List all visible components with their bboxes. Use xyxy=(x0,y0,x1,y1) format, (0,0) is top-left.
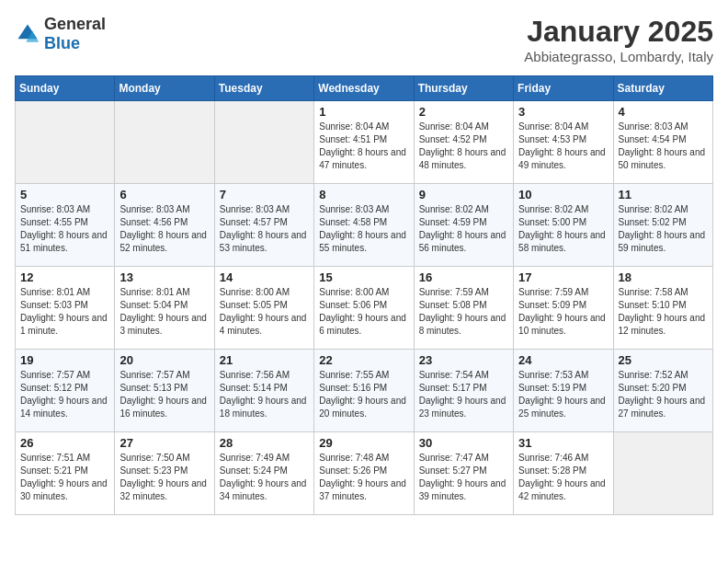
calendar-week: 26Sunrise: 7:51 AM Sunset: 5:21 PM Dayli… xyxy=(16,432,713,515)
day-number: 26 xyxy=(20,436,109,450)
calendar-cell: 21Sunrise: 7:56 AM Sunset: 5:14 PM Dayli… xyxy=(214,350,313,432)
day-info: Sunrise: 8:01 AM Sunset: 5:04 PM Dayligh… xyxy=(119,286,209,338)
calendar-cell: 24Sunrise: 7:53 AM Sunset: 5:19 PM Dayli… xyxy=(514,350,613,432)
calendar-cell: 16Sunrise: 7:59 AM Sunset: 5:08 PM Dayli… xyxy=(414,267,513,350)
day-info: Sunrise: 7:55 AM Sunset: 5:16 PM Dayligh… xyxy=(319,369,408,420)
day-number: 11 xyxy=(619,188,708,201)
calendar-cell xyxy=(16,101,115,184)
day-info: Sunrise: 8:04 AM Sunset: 4:52 PM Dayligh… xyxy=(419,121,508,172)
calendar-table: SundayMondayTuesdayWednesdayThursdayFrid… xyxy=(15,75,713,515)
day-number: 25 xyxy=(619,353,708,367)
header-day: Thursday xyxy=(414,76,513,101)
day-number: 5 xyxy=(20,188,109,201)
logo-general: General xyxy=(44,15,106,33)
calendar-cell xyxy=(613,432,712,515)
day-info: Sunrise: 7:47 AM Sunset: 5:27 PM Dayligh… xyxy=(419,452,508,503)
logo: General Blue xyxy=(15,15,106,53)
day-number: 17 xyxy=(518,270,608,284)
calendar-title: January 2025 xyxy=(524,15,713,49)
day-info: Sunrise: 8:03 AM Sunset: 4:54 PM Dayligh… xyxy=(619,121,708,172)
day-info: Sunrise: 7:57 AM Sunset: 5:13 PM Dayligh… xyxy=(119,369,209,420)
day-info: Sunrise: 8:02 AM Sunset: 4:59 PM Dayligh… xyxy=(419,203,508,255)
day-info: Sunrise: 8:04 AM Sunset: 4:51 PM Dayligh… xyxy=(319,121,408,172)
day-number: 23 xyxy=(419,353,508,367)
calendar-header: SundayMondayTuesdayWednesdayThursdayFrid… xyxy=(16,76,713,101)
day-number: 7 xyxy=(220,188,309,201)
day-number: 3 xyxy=(518,105,608,119)
calendar-week: 12Sunrise: 8:01 AM Sunset: 5:03 PM Dayli… xyxy=(16,267,713,350)
day-info: Sunrise: 8:04 AM Sunset: 4:53 PM Dayligh… xyxy=(518,121,608,172)
header-day: Friday xyxy=(514,76,613,101)
day-number: 22 xyxy=(319,353,408,367)
calendar-cell: 29Sunrise: 7:48 AM Sunset: 5:26 PM Dayli… xyxy=(314,432,414,515)
day-info: Sunrise: 7:49 AM Sunset: 5:24 PM Dayligh… xyxy=(220,452,309,503)
calendar-week: 19Sunrise: 7:57 AM Sunset: 5:12 PM Dayli… xyxy=(16,350,713,432)
day-info: Sunrise: 7:56 AM Sunset: 5:14 PM Dayligh… xyxy=(220,369,309,420)
day-number: 30 xyxy=(419,436,508,450)
calendar-cell: 15Sunrise: 8:00 AM Sunset: 5:06 PM Dayli… xyxy=(314,267,414,350)
calendar-cell: 19Sunrise: 7:57 AM Sunset: 5:12 PM Dayli… xyxy=(16,350,115,432)
day-info: Sunrise: 7:59 AM Sunset: 5:09 PM Dayligh… xyxy=(518,286,608,338)
calendar-cell: 7Sunrise: 8:03 AM Sunset: 4:57 PM Daylig… xyxy=(214,184,313,267)
day-info: Sunrise: 7:59 AM Sunset: 5:08 PM Dayligh… xyxy=(419,286,508,338)
day-number: 9 xyxy=(419,188,508,201)
calendar-cell: 22Sunrise: 7:55 AM Sunset: 5:16 PM Dayli… xyxy=(314,350,414,432)
day-number: 13 xyxy=(119,270,209,284)
day-number: 24 xyxy=(518,353,608,367)
calendar-cell: 8Sunrise: 8:03 AM Sunset: 4:58 PM Daylig… xyxy=(314,184,414,267)
day-number: 8 xyxy=(319,188,408,201)
day-number: 31 xyxy=(518,436,608,450)
day-number: 20 xyxy=(119,353,209,367)
day-number: 19 xyxy=(20,353,109,367)
calendar-subtitle: Abbiategrasso, Lombardy, Italy xyxy=(524,49,713,64)
day-info: Sunrise: 7:52 AM Sunset: 5:20 PM Dayligh… xyxy=(619,369,708,420)
header-day: Sunday xyxy=(16,76,115,101)
day-number: 15 xyxy=(319,270,408,284)
logo-blue: Blue xyxy=(44,34,80,52)
calendar-cell: 10Sunrise: 8:02 AM Sunset: 5:00 PM Dayli… xyxy=(514,184,613,267)
calendar-cell: 26Sunrise: 7:51 AM Sunset: 5:21 PM Dayli… xyxy=(16,432,115,515)
calendar-cell: 12Sunrise: 8:01 AM Sunset: 5:03 PM Dayli… xyxy=(16,267,115,350)
day-info: Sunrise: 8:03 AM Sunset: 4:57 PM Dayligh… xyxy=(220,203,309,255)
calendar-body: 1Sunrise: 8:04 AM Sunset: 4:51 PM Daylig… xyxy=(16,101,713,515)
calendar-week: 1Sunrise: 8:04 AM Sunset: 4:51 PM Daylig… xyxy=(16,101,713,184)
day-number: 28 xyxy=(220,436,309,450)
day-info: Sunrise: 8:03 AM Sunset: 4:56 PM Dayligh… xyxy=(119,203,209,255)
header-day: Monday xyxy=(115,76,214,101)
day-number: 1 xyxy=(319,105,408,119)
header-row: SundayMondayTuesdayWednesdayThursdayFrid… xyxy=(16,76,713,101)
day-info: Sunrise: 8:00 AM Sunset: 5:05 PM Dayligh… xyxy=(220,286,309,338)
day-number: 29 xyxy=(319,436,408,450)
day-number: 10 xyxy=(518,188,608,201)
calendar-cell: 28Sunrise: 7:49 AM Sunset: 5:24 PM Dayli… xyxy=(214,432,313,515)
header-day: Tuesday xyxy=(214,76,313,101)
day-info: Sunrise: 7:57 AM Sunset: 5:12 PM Dayligh… xyxy=(20,369,109,420)
calendar-cell: 3Sunrise: 8:04 AM Sunset: 4:53 PM Daylig… xyxy=(514,101,613,184)
day-info: Sunrise: 7:58 AM Sunset: 5:10 PM Dayligh… xyxy=(619,286,708,338)
day-info: Sunrise: 7:46 AM Sunset: 5:28 PM Dayligh… xyxy=(518,452,608,503)
calendar-cell: 31Sunrise: 7:46 AM Sunset: 5:28 PM Dayli… xyxy=(514,432,613,515)
calendar-week: 5Sunrise: 8:03 AM Sunset: 4:55 PM Daylig… xyxy=(16,184,713,267)
day-info: Sunrise: 8:03 AM Sunset: 4:55 PM Dayligh… xyxy=(20,203,109,255)
page-header: General Blue January 2025 Abbiategrasso,… xyxy=(15,15,713,64)
day-number: 27 xyxy=(119,436,209,450)
title-block: January 2025 Abbiategrasso, Lombardy, It… xyxy=(524,15,713,64)
day-info: Sunrise: 7:54 AM Sunset: 5:17 PM Dayligh… xyxy=(419,369,508,420)
day-number: 21 xyxy=(220,353,309,367)
day-info: Sunrise: 8:03 AM Sunset: 4:58 PM Dayligh… xyxy=(319,203,408,255)
day-info: Sunrise: 7:51 AM Sunset: 5:21 PM Dayligh… xyxy=(20,452,109,503)
calendar-cell: 20Sunrise: 7:57 AM Sunset: 5:13 PM Dayli… xyxy=(115,350,214,432)
calendar-cell xyxy=(214,101,313,184)
calendar-cell: 30Sunrise: 7:47 AM Sunset: 5:27 PM Dayli… xyxy=(414,432,513,515)
header-day: Wednesday xyxy=(314,76,414,101)
calendar-cell: 27Sunrise: 7:50 AM Sunset: 5:23 PM Dayli… xyxy=(115,432,214,515)
day-info: Sunrise: 8:01 AM Sunset: 5:03 PM Dayligh… xyxy=(20,286,109,338)
day-info: Sunrise: 7:53 AM Sunset: 5:19 PM Dayligh… xyxy=(518,369,608,420)
day-number: 4 xyxy=(619,105,708,119)
calendar-cell: 11Sunrise: 8:02 AM Sunset: 5:02 PM Dayli… xyxy=(613,184,712,267)
day-info: Sunrise: 7:48 AM Sunset: 5:26 PM Dayligh… xyxy=(319,452,408,503)
day-info: Sunrise: 8:02 AM Sunset: 5:00 PM Dayligh… xyxy=(518,203,608,255)
header-day: Saturday xyxy=(613,76,712,101)
day-number: 14 xyxy=(220,270,309,284)
day-info: Sunrise: 7:50 AM Sunset: 5:23 PM Dayligh… xyxy=(119,452,209,503)
